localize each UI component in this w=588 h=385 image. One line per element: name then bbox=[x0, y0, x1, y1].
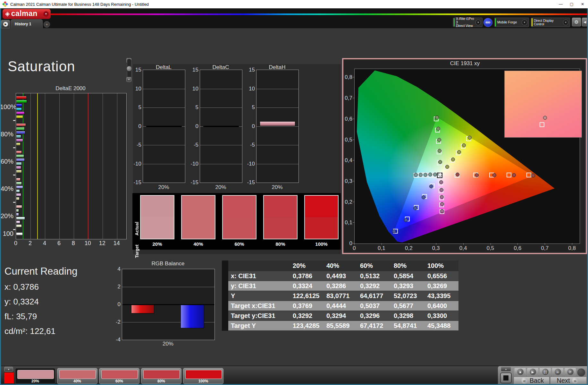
deltae-bar bbox=[16, 104, 22, 107]
maximize-button[interactable]: ▢ bbox=[566, 0, 577, 8]
reading-cdm2: cd/m²: 122,61 bbox=[4, 326, 77, 336]
pattern-swatch-40%[interactable]: 40% bbox=[57, 368, 97, 384]
x-label: 20% bbox=[143, 184, 185, 191]
target-marker bbox=[540, 122, 544, 127]
y-tick-label: 5 bbox=[132, 104, 141, 111]
cie-chart-title: CIE 1931 xy bbox=[418, 60, 511, 67]
value-cell: 0,3769 bbox=[290, 302, 324, 310]
interval-button[interactable]: [⋅] bbox=[539, 368, 551, 376]
plus-icon: + bbox=[46, 22, 48, 26]
deltae-bar bbox=[16, 197, 20, 200]
minimize-button[interactable]: — bbox=[555, 0, 566, 8]
gridline bbox=[200, 145, 242, 145]
value-cell: 83,0771 bbox=[324, 292, 357, 300]
value-cell: 0,3300 bbox=[425, 312, 458, 320]
back-button[interactable]: « Back bbox=[514, 377, 550, 384]
refresh-button[interactable]: ⟳ bbox=[564, 368, 576, 376]
y-tick-label: 5 bbox=[245, 104, 255, 111]
gridline bbox=[74, 93, 74, 239]
pattern-swatch-80%[interactable]: 80% bbox=[141, 368, 181, 384]
cie-x-tick: 0,6 bbox=[511, 245, 524, 252]
value-cell: 0,6400 bbox=[425, 302, 458, 310]
pattern-swatch-20%[interactable]: 20% bbox=[15, 368, 55, 384]
rgb-bar-blue bbox=[181, 304, 204, 328]
value-cell: 0,3296 bbox=[357, 312, 391, 320]
swatch-color bbox=[59, 370, 96, 379]
transport-scroll-up-button[interactable]: ▲ bbox=[501, 367, 511, 372]
calman-logo-text: calman bbox=[11, 9, 38, 18]
cie-y-tick: 0,5 bbox=[343, 137, 352, 143]
add-tab-button[interactable]: + bbox=[44, 21, 50, 28]
value-cell: 0,3269 bbox=[425, 282, 458, 290]
deltae-bar bbox=[16, 178, 21, 181]
gridline bbox=[117, 93, 117, 239]
display-control-dropdown[interactable]: Direct Display Control ▼ bbox=[531, 18, 570, 27]
row-label: Target Y bbox=[228, 322, 290, 329]
deltae-bar bbox=[16, 150, 22, 154]
actual-target-swatch-strip: ActualTarget20%40%60%80%100% bbox=[132, 193, 341, 250]
scrollbar-thumb[interactable] bbox=[126, 66, 132, 72]
deltae-bar bbox=[16, 170, 22, 173]
scroll-down-button[interactable]: ▼ bbox=[126, 77, 131, 82]
pattern-color-indicator[interactable] bbox=[4, 372, 14, 384]
y-tick-label: 5 bbox=[189, 104, 198, 111]
calman-menu-button[interactable]: ◈ calman ▼ bbox=[3, 9, 51, 19]
deltae-bar bbox=[16, 193, 21, 196]
axis-tick bbox=[517, 243, 518, 245]
tab-history-1[interactable]: History 1 bbox=[11, 19, 43, 28]
next-button[interactable]: Next » bbox=[550, 377, 587, 384]
gridline bbox=[200, 89, 242, 89]
gridline bbox=[256, 126, 298, 127]
y-tick-label: -5 bbox=[245, 142, 255, 148]
value-cell: 67,4172 bbox=[357, 322, 391, 329]
continuous-button[interactable]: ∞ bbox=[552, 368, 564, 376]
reading-x: x: 0,3786 bbox=[4, 282, 77, 292]
swatch-color bbox=[17, 370, 54, 379]
deltae-bar bbox=[16, 107, 22, 111]
play-button[interactable]: ▶ bbox=[527, 368, 539, 376]
value-cell: 0,3292 bbox=[290, 312, 324, 320]
y-tick-label: 10 bbox=[189, 86, 198, 92]
meter-id-badge: 680 bbox=[483, 18, 492, 27]
swatch-color bbox=[143, 370, 180, 379]
deltae-bar bbox=[16, 158, 25, 161]
deltae-bar bbox=[16, 131, 25, 134]
measured-marker-green bbox=[435, 116, 439, 119]
actual-color bbox=[141, 196, 174, 217]
cie-y-tick: 0,4 bbox=[343, 157, 352, 164]
value-cell: 0,3298 bbox=[391, 312, 425, 320]
measured-marker-magenta bbox=[440, 209, 444, 213]
table-row: y: CIE310,33240,32860,32920,32930,3269 bbox=[228, 281, 458, 291]
deltae-bar bbox=[16, 154, 24, 158]
y-tick-label: -10 bbox=[189, 161, 198, 167]
pattern-window-button[interactable] bbox=[500, 372, 512, 383]
target-row-label: Target bbox=[134, 219, 139, 258]
rgb-x-label: 20% bbox=[130, 341, 206, 347]
measured-marker bbox=[543, 116, 547, 120]
axis-tick bbox=[353, 243, 354, 244]
measured-marker-cyan bbox=[419, 173, 423, 177]
table-row: Target x:CIE310,37690,44440,50370,56770,… bbox=[228, 301, 458, 311]
tab-scroll-button[interactable]: ▶ bbox=[1, 20, 10, 28]
pattern-swatch-60%[interactable]: 60% bbox=[99, 368, 139, 384]
close-button[interactable]: ✕ bbox=[577, 0, 588, 8]
value-cell: 123,4285 bbox=[290, 322, 324, 329]
gridline bbox=[30, 93, 31, 239]
actual-color bbox=[305, 196, 338, 217]
meter-dropdown[interactable]: X-Rite i1Pro 3Direct View ▼ bbox=[453, 18, 483, 27]
cie-y-tick: 0,7 bbox=[343, 95, 352, 101]
cie-x-tick: 0,5 bbox=[484, 245, 497, 252]
group-label: 100 bbox=[0, 230, 13, 237]
cie-y-tick: 0 bbox=[343, 240, 352, 247]
y-tick-label: -4 bbox=[111, 337, 121, 343]
gridline bbox=[143, 89, 185, 89]
pattern-swatch-100%[interactable]: 100% bbox=[183, 368, 223, 384]
pattern-scroll-up-button[interactable]: ▲ bbox=[4, 367, 13, 372]
measured-marker-yellow bbox=[457, 150, 461, 154]
chevron-left-icon: ◀ bbox=[584, 20, 586, 24]
value-cell: 0,4493 bbox=[324, 272, 357, 280]
source-dropdown[interactable]: Mobile Forge ▼ bbox=[494, 18, 529, 27]
deltae-bar bbox=[16, 217, 25, 220]
stop-button[interactable]: ■ bbox=[514, 368, 526, 376]
settings-button[interactable]: ⚙ bbox=[572, 18, 581, 26]
